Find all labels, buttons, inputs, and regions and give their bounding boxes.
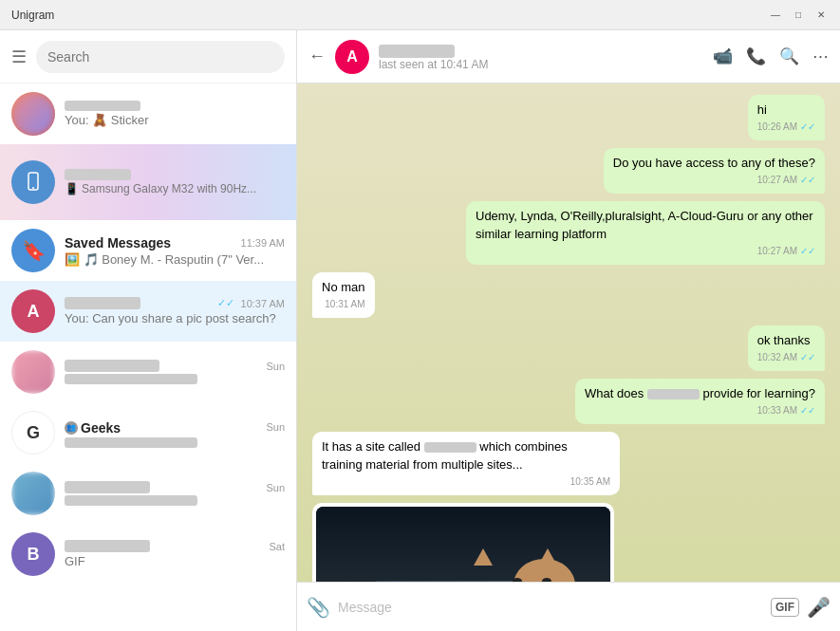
read-icon: ✓✓ — [800, 404, 815, 418]
list-item[interactable]: A ✓✓ 10:37 AM You: Can you share a pic p… — [0, 281, 296, 342]
chat-name — [65, 297, 140, 309]
message-row: ok thanks 10:32 AM ✓✓ — [312, 325, 825, 371]
list-item[interactable]: G 👥 Geeks Sun — [0, 402, 296, 463]
list-item[interactable]: Sun — [0, 463, 296, 524]
avatar: A — [11, 289, 55, 333]
chat-name — [65, 101, 140, 111]
attach-icon[interactable]: 📎 — [307, 596, 330, 619]
chat-time: 10:37 AM — [241, 298, 285, 309]
read-icon: ✓✓ — [800, 245, 815, 258]
close-button[interactable]: ✕ — [813, 8, 829, 23]
avatar: 🔖 — [11, 229, 55, 272]
chat-content: Sun — [65, 360, 285, 384]
svg-point-1 — [32, 187, 34, 189]
bubble-sent: Do you have access to any of these? 10:2… — [604, 148, 825, 194]
chat-time: Sun — [266, 361, 285, 372]
gif-button[interactable]: GIF — [771, 598, 799, 617]
message-row: Do you have access to any of these? 10:2… — [312, 148, 825, 194]
bubble-sent: What does provide for learning? 10:33 AM… — [575, 379, 825, 424]
chat-header: ← A last seen at 10:41 AM 📹 📞 🔍 ⋯ — [297, 30, 840, 84]
chat-time: Sat — [269, 541, 285, 552]
chat-time: Sun — [266, 421, 285, 433]
bubble-sent: Udemy, Lynda, O'Reilly,pluralsight, A-Cl… — [466, 201, 825, 264]
chat-preview — [65, 374, 285, 384]
header-avatar: A — [335, 40, 369, 74]
chat-time: 11:39 AM — [241, 237, 285, 249]
message-row: No man 10:31 AM — [312, 272, 825, 318]
gif-image — [316, 507, 610, 582]
microphone-icon[interactable]: 🎤 — [807, 596, 831, 619]
header-status: last seen at 10:41 AM — [379, 58, 703, 71]
message-row: hi 10:26 AM ✓✓ — [312, 95, 825, 140]
phone-icon[interactable]: 📞 — [746, 46, 766, 66]
chat-preview: GIF — [65, 554, 285, 568]
header-info: last seen at 10:41 AM — [379, 42, 703, 70]
chat-name: Saved Messages — [65, 235, 171, 251]
chat-name — [65, 360, 159, 372]
chat-name — [65, 169, 131, 180]
read-icon: ✓✓ — [800, 174, 815, 187]
main-layout: ☰ You: 🧸 Sticker — [0, 30, 840, 631]
message-row: What does provide for learning? 10:33 AM… — [312, 379, 825, 424]
more-options-icon[interactable]: ⋯ — [812, 46, 829, 66]
back-button[interactable]: ← — [308, 46, 326, 66]
message-row: GIF — [312, 503, 825, 582]
bubble-gif: GIF — [312, 503, 614, 582]
message-input-area: 📎 GIF 🎤 — [297, 582, 840, 631]
chat-panel: ← A last seen at 10:41 AM 📹 📞 🔍 ⋯ hi — [297, 30, 840, 631]
chat-list: You: 🧸 Sticker 📱Sa — [0, 84, 296, 631]
gif-container: GIF — [316, 507, 610, 582]
chat-content: ✓✓ 10:37 AM You: Can you share a pic pos… — [65, 297, 285, 325]
chat-content: Sat GIF — [65, 540, 285, 568]
chat-name: 👥 Geeks — [65, 418, 121, 436]
messages-area: hi 10:26 AM ✓✓ Do you have access to any… — [297, 84, 840, 582]
search-icon[interactable]: 🔍 — [779, 46, 799, 66]
sidebar-header: ☰ — [0, 30, 296, 84]
bubble-received: No man 10:31 AM — [312, 272, 375, 318]
list-item[interactable]: Sun — [0, 342, 296, 402]
chat-time: Sun — [266, 482, 285, 493]
read-icon: ✓✓ — [800, 121, 815, 134]
message-row: It has a site called which combines trai… — [312, 432, 825, 494]
chat-preview: 🖼️ 🎵 Boney M. - Rasputin (7" Ver... — [65, 252, 285, 267]
sidebar: ☰ You: 🧸 Sticker — [0, 30, 297, 631]
avatar: B — [11, 532, 55, 576]
bubble-sent: hi 10:26 AM ✓✓ — [748, 95, 825, 140]
bubble-sent: ok thanks 10:32 AM ✓✓ — [748, 325, 825, 371]
list-item[interactable]: B Sat GIF — [0, 524, 296, 585]
chat-preview — [65, 495, 285, 506]
avatar — [11, 92, 55, 136]
header-name — [379, 42, 703, 57]
minimize-button[interactable]: — — [768, 8, 783, 23]
chat-content: 👥 Geeks Sun — [65, 418, 285, 448]
chat-content: Sun — [65, 481, 285, 506]
search-box[interactable] — [36, 41, 285, 73]
list-item[interactable]: You: 🧸 Sticker — [0, 84, 296, 144]
chat-preview: 📱Samsung Galaxy M32 with 90Hz... — [65, 182, 285, 195]
chat-preview: You: Can you share a pic post search? — [65, 311, 285, 325]
maximize-button[interactable]: □ — [791, 8, 806, 23]
search-input[interactable] — [47, 49, 273, 65]
chat-content: You: 🧸 Sticker — [65, 101, 285, 127]
avatar — [11, 350, 55, 394]
chat-preview — [65, 437, 285, 448]
avatar — [11, 472, 55, 515]
video-call-icon[interactable]: 📹 — [713, 46, 733, 66]
read-icon: ✓✓ — [800, 351, 815, 364]
window-controls: — □ ✕ — [768, 8, 829, 23]
chat-content: Saved Messages 11:39 AM 🖼️ 🎵 Boney M. - … — [65, 235, 285, 267]
list-item[interactable]: 📱Samsung Galaxy M32 with 90Hz... — [0, 144, 296, 220]
app-title: Unigram — [11, 9, 54, 22]
avatar: G — [11, 411, 55, 455]
message-input[interactable] — [338, 590, 763, 624]
chat-name — [65, 481, 150, 493]
avatar — [11, 160, 55, 204]
list-item[interactable]: 🔖 Saved Messages 11:39 AM 🖼️ 🎵 Boney M. … — [0, 220, 296, 281]
titlebar: Unigram — □ ✕ — [0, 0, 840, 30]
menu-icon[interactable]: ☰ — [11, 46, 27, 67]
chat-name — [65, 540, 150, 552]
chat-content: 📱Samsung Galaxy M32 with 90Hz... — [65, 169, 285, 195]
message-row: Udemy, Lynda, O'Reilly,pluralsight, A-Cl… — [312, 201, 825, 264]
chat-preview: You: 🧸 Sticker — [65, 113, 285, 127]
bubble-received: It has a site called which combines trai… — [312, 432, 620, 494]
